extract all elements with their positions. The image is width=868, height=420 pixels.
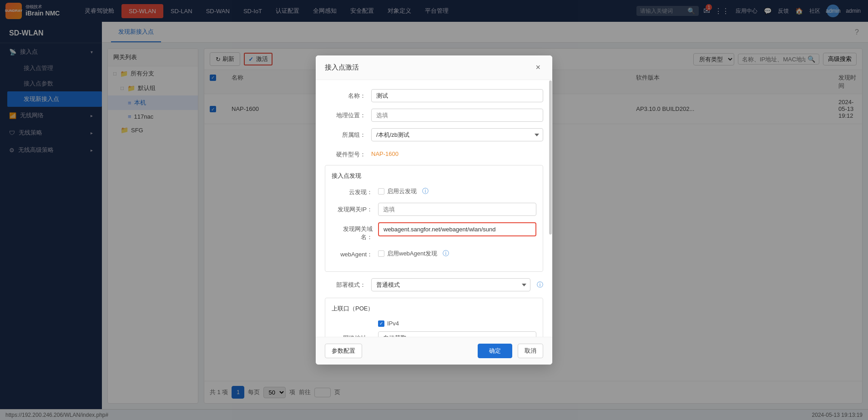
discovery-section-title: 接入点发现 [332, 172, 536, 180]
gateway-domain-label: 发现网关域名： [332, 222, 373, 241]
cloud-label: 云发现： [332, 185, 373, 196]
webagent-checkbox[interactable] [378, 250, 384, 257]
hardware-value: NAP-1600 [371, 148, 543, 157]
location-label: 地理位置： [325, 109, 366, 120]
modal: 接入点激活 × 名称： 地理位置： 所属组： /本机/zb测试 [316, 55, 552, 365]
scroll-area [549, 80, 552, 337]
network-addr-label: 网络地址： [332, 331, 373, 337]
webagent-label: webAgent： [332, 248, 373, 259]
form-row-location: 地理位置： [325, 109, 543, 122]
uplink-section: 上联口（POE） IPv4 网络地址： 自动获取 [325, 298, 543, 337]
confirm-button[interactable]: 确定 [478, 344, 512, 358]
modal-close-button[interactable]: × [533, 62, 543, 73]
modal-title: 接入点激活 [325, 63, 359, 72]
modal-body: 名称： 地理位置： 所属组： /本机/zb测试 硬件型号： NAP-1600 [316, 80, 552, 337]
webagent-info-icon[interactable]: ⓘ [443, 250, 449, 258]
form-row-hardware: 硬件型号： NAP-1600 [325, 148, 543, 159]
name-label: 名称： [325, 89, 366, 100]
form-row-network-addr: 网络地址： 自动获取 [332, 331, 536, 337]
location-input[interactable] [371, 109, 543, 122]
cancel-button[interactable]: 取消 [518, 344, 543, 358]
cloud-discovery-checkbox[interactable] [378, 188, 384, 195]
cloud-discovery-checkbox-label[interactable]: 启用云发现 ⓘ [378, 185, 429, 195]
form-row-name: 名称： [325, 89, 543, 102]
form-row-gateway-ip: 发现网关IP： [332, 203, 536, 216]
form-row-cloud: 云发现： 启用云发现 ⓘ [332, 185, 536, 196]
ipv4-text: IPv4 [387, 320, 399, 327]
form-row-ipv4: IPv4 [332, 318, 536, 327]
ipv4-checkbox[interactable] [378, 320, 384, 327]
cloud-info-icon[interactable]: ⓘ [422, 187, 429, 195]
form-row-group: 所属组： /本机/zb测试 [325, 128, 543, 141]
deploy-mode-select[interactable]: 普通模式 [371, 278, 530, 291]
deploy-info-icon[interactable]: ⓘ [537, 281, 543, 289]
form-row-deploy: 部署模式： 普通模式 ⓘ [325, 278, 543, 291]
ipv4-checkbox-label[interactable]: IPv4 [378, 318, 399, 327]
deploy-label: 部署模式： [325, 278, 366, 289]
modal-header: 接入点激活 × [316, 55, 552, 80]
webagent-text: 启用webAgent发现 [387, 250, 437, 258]
scroll-thumb [549, 80, 552, 235]
webagent-checkbox-label[interactable]: 启用webAgent发现 ⓘ [378, 248, 449, 258]
form-row-gateway-domain: 发现网关域名： [332, 222, 536, 241]
cloud-discovery-text: 启用云发现 [387, 187, 417, 195]
modal-overlay[interactable]: 接入点激活 × 名称： 地理位置： 所属组： /本机/zb测试 [0, 0, 868, 420]
network-addr-select[interactable]: 自动获取 [378, 331, 536, 337]
ipv4-spacer [332, 318, 373, 321]
group-select[interactable]: /本机/zb测试 [371, 128, 543, 141]
gateway-ip-input[interactable] [378, 203, 536, 216]
gateway-domain-input[interactable] [378, 222, 536, 236]
discovery-section: 接入点发现 云发现： 启用云发现 ⓘ 发现网关IP： [325, 165, 543, 272]
uplink-section-title: 上联口（POE） [332, 305, 536, 313]
modal-footer: 参数配置 确定 取消 [316, 337, 552, 365]
hardware-label: 硬件型号： [325, 148, 366, 159]
group-label: 所属组： [325, 128, 366, 139]
params-config-button[interactable]: 参数配置 [325, 344, 362, 358]
form-row-webagent: webAgent： 启用webAgent发现 ⓘ [332, 248, 536, 259]
name-input[interactable] [371, 89, 543, 102]
gateway-ip-label: 发现网关IP： [332, 203, 373, 214]
